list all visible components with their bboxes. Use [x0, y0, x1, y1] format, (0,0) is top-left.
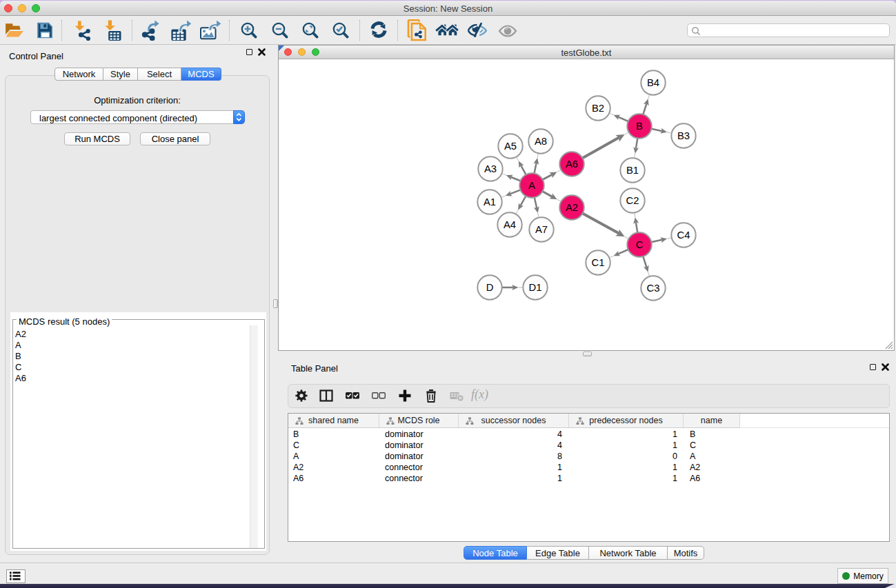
graph-node-label-A4: A4 [504, 219, 516, 230]
import-network-icon[interactable] [72, 19, 91, 41]
table-settings-icon[interactable] [294, 388, 309, 403]
vertical-splitter-handle[interactable] [273, 299, 278, 308]
search-input[interactable] [687, 23, 890, 37]
graph-edge-tip [517, 158, 519, 161]
export-table-icon[interactable] [169, 19, 192, 41]
table-cell: A6 [690, 474, 700, 483]
table-tab-motifs[interactable]: Motifs [668, 546, 704, 560]
control-tab-network[interactable]: Network [54, 68, 103, 81]
graph-edge-tip [635, 154, 635, 157]
graph-node-label-C3: C3 [647, 283, 660, 294]
table-row-A2[interactable]: A2connector11A2 [288, 462, 889, 473]
column-header-predecessor-nodes[interactable]: predecessor nodes [569, 414, 684, 428]
column-header-name[interactable]: name [684, 414, 740, 428]
graph-node-label-A7: A7 [535, 224, 548, 235]
import-table-icon[interactable] [103, 19, 122, 41]
node-table[interactable]: shared nameMCDS rolesuccessor nodesprede… [288, 413, 890, 542]
show-details-icon[interactable] [498, 25, 517, 37]
control-tab-style[interactable]: Style [103, 68, 138, 81]
mcds-result-item: A2 [15, 329, 26, 340]
table-cell: 0 [571, 452, 677, 461]
export-image-icon[interactable] [199, 19, 222, 41]
table-select-all-icon[interactable] [345, 388, 360, 403]
table-add-column-icon[interactable] [397, 388, 412, 403]
graph-node-label-D: D [486, 282, 494, 293]
memory-status-dot [842, 572, 850, 580]
table-delete-table-icon[interactable] [449, 388, 464, 403]
graph-node-label-A3: A3 [484, 163, 497, 174]
table-tab-network-table[interactable]: Network Table [589, 546, 668, 560]
table-row-A[interactable]: Adominator80A [288, 451, 889, 462]
graph-node-label-C1: C1 [592, 257, 605, 268]
control-panel-float-icon[interactable] [246, 49, 252, 55]
column-header-label: predecessor nodes [589, 416, 662, 425]
dropdown-stepper [233, 110, 245, 124]
table-deselect-all-icon[interactable] [371, 388, 386, 403]
column-type-icon [295, 417, 303, 425]
control-tab-mcds[interactable]: MCDS [181, 68, 221, 81]
graph-node-label-B1: B1 [626, 165, 639, 176]
criterion-dropdown[interactable]: largest connected component (directed) [30, 110, 245, 124]
column-header-MCDS-role[interactable]: MCDS role [379, 414, 459, 428]
toolbar-separator [132, 20, 132, 41]
mcds-result-scrollbar[interactable] [250, 325, 258, 548]
table-cell: 4 [460, 429, 562, 439]
table-cell: dominator [385, 429, 424, 439]
zoom-out-icon[interactable] [270, 21, 290, 40]
show-panels-button[interactable] [6, 569, 26, 583]
control-panel-close-icon[interactable] [258, 48, 266, 56]
optimization-criterion-label: Optimization criterion: [6, 95, 269, 105]
table-row-A6[interactable]: A6connector11A6 [288, 473, 889, 484]
network-window-title: testGlobe.txt [279, 48, 894, 58]
table-cell: A2 [690, 463, 700, 472]
table-split-columns-icon[interactable] [319, 388, 334, 403]
open-session-icon[interactable] [4, 20, 25, 39]
destroy-network-icon[interactable] [435, 21, 459, 39]
table-cell: C [690, 440, 696, 450]
graph-node-label-A2: A2 [566, 202, 578, 213]
control-tab-select[interactable]: Select [138, 68, 181, 81]
graph-node-label-A: A [528, 180, 535, 191]
table-function-builder-icon[interactable]: f(x) [471, 387, 496, 403]
export-network-icon[interactable] [139, 19, 160, 41]
run-mcds-button[interactable]: Run MCDS [64, 132, 130, 145]
table-cell: 1 [460, 463, 562, 472]
graph-node-label-C: C [636, 239, 644, 250]
graph-edge-tip [502, 196, 506, 197]
graph-node-label-B: B [636, 121, 643, 132]
zoom-fit-icon[interactable] [301, 21, 320, 40]
table-cell: 1 [460, 474, 562, 483]
table-tab-node-table[interactable]: Node Table [464, 546, 527, 560]
network-window-corner [279, 45, 284, 51]
search-icon [691, 26, 701, 36]
column-header-shared-name[interactable]: shared name [288, 414, 379, 428]
graph-edge-tip [538, 213, 539, 216]
memory-button[interactable]: Memory [837, 568, 888, 584]
clone-network-icon[interactable] [407, 17, 428, 42]
column-header-successor-nodes[interactable]: successor nodes [459, 414, 569, 428]
control-panel-title: Control Panel [9, 51, 63, 61]
zoom-in-icon[interactable] [239, 21, 259, 40]
hide-details-icon[interactable] [466, 20, 487, 40]
network-canvas[interactable]: B4B2BB3A8A5A6A3B1AA1C2A2A4A7C4CC1C3DD1 [279, 59, 894, 349]
mcds-result-list: A2ABCA6 [15, 329, 26, 384]
table-cell: dominator [385, 452, 424, 461]
table-panel-close-icon[interactable] [882, 363, 889, 371]
table-row-B[interactable]: Bdominator41B [288, 429, 889, 440]
table-tab-edge-table[interactable]: Edge Table [527, 546, 589, 560]
refresh-icon[interactable] [368, 19, 389, 41]
graph-edge-tip [503, 174, 506, 175]
table-delete-column-icon[interactable] [424, 388, 439, 403]
graph-node-label-B3: B3 [677, 130, 690, 141]
save-session-icon[interactable] [34, 20, 55, 41]
network-resize-grip[interactable] [884, 341, 893, 349]
desktop-background-bottom [0, 584, 896, 588]
zoom-selected-icon[interactable] [331, 21, 350, 40]
table-cell: 8 [460, 452, 562, 461]
table-cell: 1 [571, 474, 677, 483]
graph-node-label-B4: B4 [647, 77, 659, 88]
table-panel-float-icon[interactable] [870, 364, 876, 370]
network-view-window: testGlobe.txt B4B2BB3A8A5A6A3B1AA1C2A2A4… [278, 45, 895, 351]
close-panel-button[interactable]: Close panel [140, 132, 210, 145]
table-row-C[interactable]: Cdominator41C [288, 440, 889, 451]
